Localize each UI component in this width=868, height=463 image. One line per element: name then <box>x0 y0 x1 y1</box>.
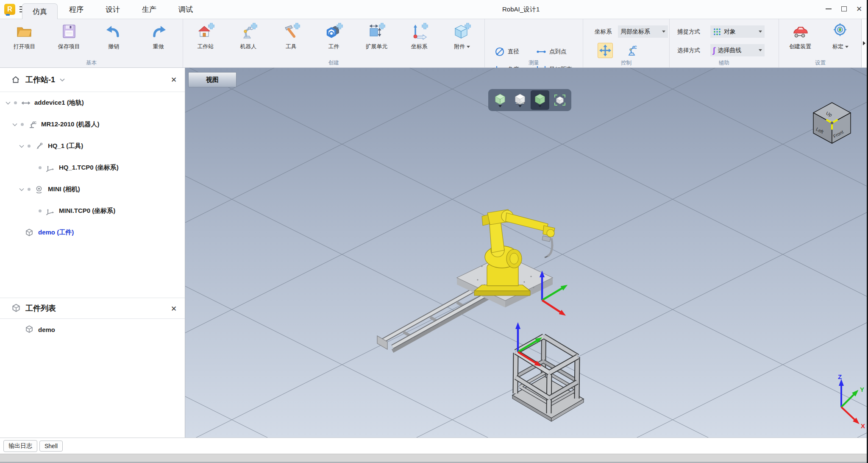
chevron-down-icon <box>467 46 470 48</box>
view-cube[interactable]: Up Left Front <box>807 98 858 148</box>
app-logo-icon[interactable]: R <box>4 4 15 15</box>
tree-item-hq1-tcp0[interactable]: HQ_1.TCP0 (坐标系) <box>0 157 185 179</box>
tree-item-mini[interactable]: MINI (相机) <box>0 179 185 200</box>
chevron-down-icon <box>845 46 849 48</box>
create-workstation-button[interactable]: 工作站 <box>185 23 226 50</box>
chevron-down-icon <box>759 49 762 51</box>
shell-tab[interactable]: Shell <box>39 441 63 452</box>
output-log-tab[interactable]: 输出日志 <box>3 440 37 452</box>
ribbon-group-measure: 直径 点到点 角度 最短距离 测量 <box>485 19 583 67</box>
measure-point-to-point-button[interactable]: 点到点 <box>536 46 567 57</box>
tab-debug[interactable]: 调试 <box>168 0 203 19</box>
solid-mode-label: Solid <box>511 100 529 105</box>
redo-button[interactable]: 重做 <box>138 23 179 50</box>
move-manipulator-button[interactable] <box>598 43 613 58</box>
coordinate-system-dropdown[interactable]: 局部坐标系 <box>618 25 668 38</box>
titlebar: R 仿真 程序 设计 生产 调试 RobAI_设计1 ✕ <box>0 0 868 19</box>
jog-robot-button[interactable] <box>624 43 639 58</box>
chevron-down-icon[interactable] <box>59 78 65 82</box>
ribbon: 打开项目 保存项目 撤销 重做 基本 <box>0 19 868 68</box>
create-frame-button[interactable]: 坐标系 <box>399 23 440 50</box>
tree-item-hq1[interactable]: HQ_1 (工具) <box>0 135 185 157</box>
minimize-button[interactable] <box>822 3 835 15</box>
chevron-expand-icon[interactable] <box>19 144 25 148</box>
tree-item-addevice1[interactable]: addevice1 (地轨) <box>0 92 185 114</box>
floppy-icon <box>61 23 78 40</box>
tree-item-mini-tcp0[interactable]: MINI.TCP0 (坐标系) <box>0 200 185 222</box>
ribbon-overflow-button[interactable] <box>861 19 867 67</box>
solid-cube-button[interactable]: Solid <box>511 90 529 110</box>
ribbon-group-assist: 捕捉方式 对象 选择方式 ∫ 选择曲线 辅助 <box>670 19 779 67</box>
cube-icon <box>25 228 35 237</box>
save-project-button[interactable]: 保存项目 <box>49 23 89 50</box>
create-extension-unit-button[interactable]: 扩展单元 <box>356 23 397 50</box>
camera-icon <box>34 185 45 194</box>
calibrate-button[interactable]: 标定 <box>821 23 860 50</box>
shaded-cube-button[interactable] <box>531 90 549 110</box>
parts-panel-title: 工件列表 <box>25 303 56 313</box>
visibility-dot[interactable] <box>39 166 42 169</box>
ribbon-group-settings: 创建装置 标定 设置 <box>779 19 862 67</box>
chevron-expand-icon[interactable] <box>12 123 18 127</box>
integral-curve-icon: ∫ <box>713 46 715 54</box>
parts-item-demo[interactable]: demo <box>0 319 185 340</box>
zoom-fit-icon <box>554 94 566 106</box>
visibility-dot[interactable] <box>28 145 31 148</box>
chevron-down-icon <box>759 31 762 33</box>
create-robot-button[interactable]: 机器人 <box>228 23 269 50</box>
chevron-right-icon <box>863 41 865 45</box>
view-tab[interactable]: 视图 <box>188 72 236 87</box>
parts-list-panel: 工件列表 ✕ demo <box>0 298 185 340</box>
chevron-expand-icon[interactable] <box>19 187 25 192</box>
create-attachment-button[interactable]: 附件 <box>442 23 482 50</box>
axes-icon <box>45 163 56 173</box>
axes-plus-icon <box>410 23 428 40</box>
visibility-dot[interactable] <box>39 209 42 212</box>
axis-z-label: Z <box>838 373 842 380</box>
house-plus-icon <box>197 23 214 40</box>
chevron-down-icon <box>662 31 665 33</box>
bottom-tab-bar: 输出日志 Shell <box>0 438 868 454</box>
move-cross-icon <box>599 44 612 57</box>
chevron-down-icon <box>498 105 502 107</box>
tree-item-mr12-2010[interactable]: MR12-2010 (机器人) <box>0 114 185 135</box>
open-project-button[interactable]: 打开项目 <box>4 23 45 50</box>
cube-icon <box>25 325 35 334</box>
hex-nut-plus-icon <box>325 23 343 40</box>
chevron-expand-icon[interactable] <box>5 101 11 105</box>
cube-icon <box>11 303 21 313</box>
snap-mode-dropdown[interactable]: 对象 <box>710 25 765 38</box>
visibility-dot[interactable] <box>21 123 24 126</box>
tab-production[interactable]: 生产 <box>131 0 167 19</box>
create-workpiece-button[interactable]: 工件 <box>314 23 354 50</box>
chevron-down-icon <box>518 105 522 107</box>
logo-letter: R <box>7 6 12 13</box>
car-icon <box>791 23 809 40</box>
tree-panel-close-button[interactable]: ✕ <box>169 75 179 85</box>
folder-icon <box>16 23 33 40</box>
undo-button[interactable]: 撤销 <box>93 23 134 50</box>
tree-item-demo[interactable]: demo (工件) <box>0 222 185 243</box>
visibility-dot[interactable] <box>14 101 17 104</box>
create-device-button[interactable]: 创建装置 <box>781 23 819 50</box>
ribbon-group-basic: 打开项目 保存项目 撤销 重做 基本 <box>0 19 183 67</box>
select-mode-dropdown[interactable]: ∫ 选择曲线 <box>710 44 765 56</box>
zoom-fit-button[interactable] <box>551 90 569 110</box>
wireframe-cube-button[interactable] <box>491 90 509 110</box>
measure-diameter-button[interactable]: 直径 <box>494 46 519 57</box>
target-icon <box>832 23 849 40</box>
tab-design[interactable]: 设计 <box>95 0 131 19</box>
display-mode-toolbar: Solid <box>488 89 571 111</box>
maximize-button[interactable] <box>837 3 850 15</box>
visibility-dot[interactable] <box>28 188 31 191</box>
parts-panel-close-button[interactable]: ✕ <box>169 304 179 314</box>
axis-y-label: Y <box>860 386 864 393</box>
tab-simulation[interactable]: 仿真 <box>22 3 58 19</box>
viewport-3d-canvas[interactable]: Z Y X <box>185 68 867 438</box>
close-button[interactable]: ✕ <box>853 3 865 15</box>
tab-program[interactable]: 程序 <box>58 0 94 19</box>
viewport-3d[interactable]: Z Y X 视图 Solid <box>185 68 867 438</box>
create-tool-button[interactable]: 工具 <box>271 23 312 50</box>
resize-square-plus-icon <box>367 23 385 40</box>
dot-grid-icon <box>713 28 721 36</box>
